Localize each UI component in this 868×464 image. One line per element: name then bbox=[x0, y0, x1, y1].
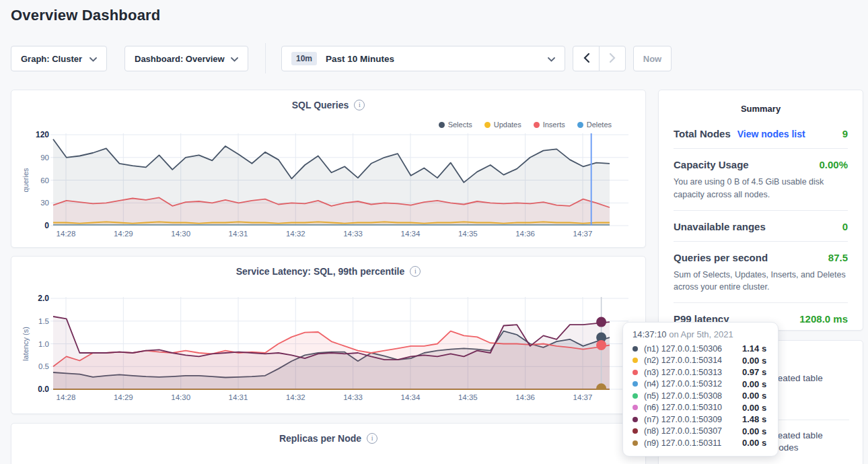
legend-dot bbox=[484, 122, 491, 128]
svg-text:14:35: 14:35 bbox=[458, 230, 478, 238]
tooltip-time: 14:37:10 bbox=[632, 329, 667, 339]
chevron-down-icon bbox=[231, 54, 238, 64]
svg-text:queries: queries bbox=[22, 168, 30, 193]
summary-label: Capacity Usage bbox=[674, 159, 749, 170]
summary-row-capacity-usage: Capacity Usage 0.00% You are using 0 B o… bbox=[674, 149, 848, 211]
legend-dot bbox=[439, 122, 445, 128]
svg-text:14:29: 14:29 bbox=[114, 393, 133, 401]
node-color-dot bbox=[632, 417, 638, 422]
time-next-button[interactable] bbox=[599, 46, 626, 71]
svg-text:14:32: 14:32 bbox=[286, 230, 305, 238]
time-prev-button[interactable] bbox=[573, 46, 600, 71]
svg-text:14:37: 14:37 bbox=[573, 230, 593, 238]
svg-text:14:28: 14:28 bbox=[57, 393, 76, 401]
svg-text:30: 30 bbox=[40, 199, 49, 207]
svg-text:14:28: 14:28 bbox=[57, 230, 76, 238]
node-latency-value: 0.00 s bbox=[742, 403, 766, 413]
service-latency-chart[interactable]: 0.00.51.01.52.014:2814:2914:3014:3114:32… bbox=[20, 292, 630, 403]
tooltip-row-n6: (n6) 127.0.0.1:503100.00 s bbox=[632, 402, 768, 414]
svg-text:60: 60 bbox=[40, 176, 49, 185]
node-color-dot bbox=[632, 428, 638, 434]
summary-label: Total Nodes bbox=[674, 128, 731, 139]
svg-text:1.0: 1.0 bbox=[38, 340, 49, 348]
time-range-dropdown[interactable]: 10m Past 10 Minutes bbox=[281, 46, 565, 71]
node-latency-value: 1.48 s bbox=[742, 414, 766, 424]
node-address: (n8) 127.0.0.1:50307 bbox=[644, 426, 742, 436]
svg-text:14:30: 14:30 bbox=[171, 393, 190, 401]
node-address: (n1) 127.0.0.1:50306 bbox=[644, 344, 742, 354]
tooltip-row-n3: (n3) 127.0.0.1:503130.97 s bbox=[632, 366, 768, 378]
svg-text:14:29: 14:29 bbox=[114, 230, 133, 238]
svg-text:1.5: 1.5 bbox=[38, 317, 49, 325]
info-icon[interactable]: i bbox=[410, 266, 421, 277]
node-latency-value: 0.00 s bbox=[742, 356, 766, 366]
svg-text:14:32: 14:32 bbox=[286, 393, 305, 401]
svg-text:14:35: 14:35 bbox=[458, 393, 478, 401]
svg-text:14:33: 14:33 bbox=[343, 230, 363, 238]
legend-dot bbox=[577, 122, 583, 128]
chevron-right-icon bbox=[610, 53, 616, 65]
info-icon[interactable]: i bbox=[367, 433, 377, 444]
summary-panel: Summary Total Nodes View nodes list 9 Ca… bbox=[658, 90, 863, 331]
graph-dropdown[interactable]: Graph: Cluster bbox=[11, 46, 107, 71]
tooltip-row-n4: (n4) 127.0.0.1:503120.00 s bbox=[632, 378, 768, 391]
view-nodes-list-link[interactable]: View nodes list bbox=[737, 129, 805, 139]
summary-body: Total Nodes View nodes list 9 Capacity U… bbox=[659, 114, 863, 333]
tooltip-row-n5: (n5) 127.0.0.1:503080.00 s bbox=[632, 390, 768, 402]
summary-description: Sum of Selects, Updates, Inserts, and De… bbox=[674, 269, 848, 294]
svg-text:0: 0 bbox=[44, 221, 49, 230]
node-latency-value: 1.14 s bbox=[742, 343, 766, 354]
chart-title: SQL Queries bbox=[292, 100, 349, 110]
overview-dashboard-page: Overview Dashboard Graph: Cluster Dashbo… bbox=[0, 0, 868, 464]
svg-text:14:30: 14:30 bbox=[171, 230, 190, 238]
dashboard-dropdown[interactable]: Dashboard: Overview bbox=[124, 46, 248, 71]
node-address: (n7) 127.0.0.1:50309 bbox=[644, 415, 742, 424]
summary-value: 0 bbox=[842, 221, 848, 232]
summary-label: Unavailable ranges bbox=[674, 221, 766, 232]
node-color-dot bbox=[632, 405, 638, 410]
info-icon[interactable]: i bbox=[354, 100, 365, 110]
summary-title: Summary bbox=[659, 104, 863, 114]
node-address: (n5) 127.0.0.1:50308 bbox=[644, 391, 742, 401]
svg-text:14:31: 14:31 bbox=[229, 230, 248, 238]
time-range-badge: 10m bbox=[291, 52, 317, 65]
svg-text:0.5: 0.5 bbox=[38, 362, 49, 370]
node-address: (n9) 127.0.0.1:50311 bbox=[644, 438, 742, 448]
svg-text:14:33: 14:33 bbox=[343, 393, 363, 401]
tooltip-timestamp: 14:37:10 on Apr 5th, 2021 bbox=[632, 329, 768, 339]
summary-row-queries-per-second: Queries per second 87.5 Sum of Selects, … bbox=[674, 242, 848, 304]
svg-text:latency (s): latency (s) bbox=[22, 327, 30, 361]
service-latency-title-row: Service Latency: SQL, 99th percentile i bbox=[11, 266, 645, 277]
node-address: (n2) 127.0.0.1:50314 bbox=[644, 356, 742, 365]
sql-queries-chart[interactable]: 030609012014:2814:2914:3014:3114:3214:33… bbox=[20, 128, 630, 240]
svg-text:14:36: 14:36 bbox=[515, 230, 535, 238]
node-address: (n3) 127.0.0.1:50313 bbox=[644, 368, 742, 377]
node-latency-value: 0.00 s bbox=[742, 438, 766, 448]
graph-dropdown-label: Graph: Cluster bbox=[21, 54, 82, 64]
node-latency-value: 0.00 s bbox=[742, 391, 766, 401]
summary-value: 87.5 bbox=[828, 252, 848, 263]
service-latency-chart-card: Service Latency: SQL, 99th percentile i … bbox=[11, 256, 646, 414]
toolbar-divider bbox=[265, 43, 266, 73]
tooltip-date: on Apr 5th, 2021 bbox=[669, 329, 733, 339]
svg-text:2.0: 2.0 bbox=[38, 294, 49, 303]
now-button[interactable]: Now bbox=[633, 46, 672, 71]
node-color-dot bbox=[632, 440, 638, 446]
summary-row-unavailable-ranges: Unavailable ranges 0 bbox=[674, 211, 848, 242]
page-title: Overview Dashboard bbox=[11, 7, 160, 24]
node-latency-value: 0.97 s bbox=[742, 367, 766, 377]
svg-text:14:34: 14:34 bbox=[401, 230, 421, 238]
chevron-left-icon bbox=[583, 53, 589, 65]
time-step-buttons bbox=[573, 46, 626, 71]
tooltip-row-n2: (n2) 127.0.0.1:503140.00 s bbox=[632, 355, 768, 367]
node-latency-value: 0.00 s bbox=[742, 379, 766, 389]
summary-row-total-nodes: Total Nodes View nodes list 9 bbox=[674, 118, 848, 149]
node-color-dot bbox=[632, 346, 638, 352]
chevron-down-icon bbox=[89, 54, 97, 64]
chevron-down-icon bbox=[548, 54, 555, 64]
svg-text:90: 90 bbox=[40, 154, 49, 162]
svg-text:120: 120 bbox=[36, 130, 49, 139]
node-color-dot bbox=[632, 381, 638, 387]
chart-hover-tooltip: 14:37:10 on Apr 5th, 2021 (n1) 127.0.0.1… bbox=[622, 322, 779, 457]
tooltip-row-n9: (n9) 127.0.0.1:503110.00 s bbox=[632, 437, 768, 449]
